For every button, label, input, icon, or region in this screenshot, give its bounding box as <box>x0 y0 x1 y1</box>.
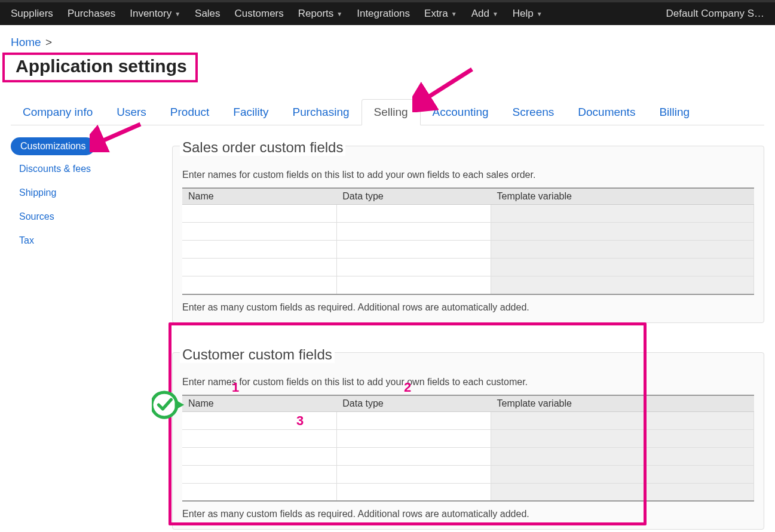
name-input[interactable] <box>182 241 336 258</box>
page-title-highlight: Application settings <box>2 53 198 82</box>
template-cell <box>491 241 754 259</box>
sidebar-item-customizations[interactable]: Customizations <box>11 137 95 155</box>
sidebar-item-tax[interactable]: Tax <box>11 230 166 251</box>
name-input[interactable] <box>182 276 336 293</box>
svg-line-1 <box>423 69 472 100</box>
name-input[interactable] <box>182 466 336 482</box>
caret-down-icon: ▼ <box>336 11 342 17</box>
settings-tabs: Company info Users Product Facility Purc… <box>11 99 764 125</box>
tab-screens[interactable]: Screens <box>501 100 566 125</box>
nav-label: Customers <box>235 8 284 20</box>
name-input[interactable] <box>182 412 336 429</box>
nav-inventory[interactable]: Inventory▼ <box>122 1 188 26</box>
nav-purchases[interactable]: Purchases <box>60 1 122 26</box>
template-cell <box>491 411 754 429</box>
tab-purchasing[interactable]: Purchasing <box>280 100 361 125</box>
datatype-input[interactable] <box>337 241 491 258</box>
company-selector[interactable]: Default Company S… <box>659 8 771 20</box>
table-row <box>182 259 754 276</box>
template-cell <box>491 429 754 447</box>
template-cell <box>491 205 754 223</box>
name-input[interactable] <box>182 259 336 276</box>
datatype-input[interactable] <box>337 223 491 240</box>
datatype-input[interactable] <box>337 412 491 429</box>
group-desc: Enter names for custom fields on this li… <box>182 377 754 388</box>
col-datatype: Data type <box>336 188 491 205</box>
col-template: Template variable <box>491 395 754 412</box>
table-row <box>182 205 754 223</box>
nav-label: Reports <box>298 8 334 20</box>
page-title: Application settings <box>7 55 195 80</box>
table-row <box>182 223 754 241</box>
group-foot: Enter as many custom fields as required.… <box>182 509 754 519</box>
tab-facility[interactable]: Facility <box>221 100 280 125</box>
sidebar-item-sources[interactable]: Sources <box>11 207 166 227</box>
template-cell <box>491 223 754 241</box>
table-row <box>182 276 754 294</box>
table-row <box>182 483 754 501</box>
caret-down-icon: ▼ <box>451 11 457 17</box>
name-input[interactable] <box>182 430 336 447</box>
top-navbar: Suppliers Purchases Inventory▼ Sales Cus… <box>0 0 775 25</box>
nav-suppliers[interactable]: Suppliers <box>4 1 60 26</box>
nav-sales[interactable]: Sales <box>188 1 228 26</box>
name-input[interactable] <box>182 448 336 465</box>
template-cell <box>491 276 754 294</box>
nav-label: Sales <box>195 8 220 20</box>
customer-custom-fields-group: Customer custom fields Enter names for c… <box>172 345 764 530</box>
group-desc: Enter names for custom fields on this li… <box>182 170 754 180</box>
template-cell <box>491 465 754 483</box>
col-name: Name <box>182 395 336 412</box>
table-row <box>182 241 754 259</box>
datatype-input[interactable] <box>337 466 491 482</box>
datatype-input[interactable] <box>337 484 491 500</box>
tab-selling[interactable]: Selling <box>362 99 421 125</box>
col-datatype: Data type <box>336 395 491 412</box>
group-foot: Enter as many custom fields as required.… <box>182 302 754 313</box>
tab-accounting[interactable]: Accounting <box>421 100 501 125</box>
breadcrumb-sep: > <box>45 36 52 48</box>
datatype-input[interactable] <box>337 205 491 222</box>
template-cell <box>491 259 754 276</box>
tab-company-info[interactable]: Company info <box>11 100 105 125</box>
table-row <box>182 447 754 465</box>
nav-label: Suppliers <box>11 8 53 20</box>
sidebar-item-discounts-fees[interactable]: Discounts & fees <box>11 159 166 179</box>
tab-users[interactable]: Users <box>105 100 158 125</box>
name-input[interactable] <box>182 223 336 240</box>
nav-label: Integrations <box>357 8 410 20</box>
col-template: Template variable <box>491 188 754 205</box>
nav-reports[interactable]: Reports▼ <box>291 1 350 26</box>
name-input[interactable] <box>182 205 336 222</box>
customer-custom-fields-table: Name Data type Template variable <box>182 395 754 502</box>
datatype-input[interactable] <box>337 448 491 465</box>
nav-extra[interactable]: Extra▼ <box>417 1 464 26</box>
sales-order-custom-fields-table: Name Data type Template variable <box>182 187 754 295</box>
name-input[interactable] <box>182 484 336 500</box>
tab-documents[interactable]: Documents <box>566 100 647 125</box>
caret-down-icon: ▼ <box>492 11 498 17</box>
breadcrumb-home[interactable]: Home <box>11 36 41 48</box>
nav-label: Add <box>471 8 489 20</box>
caret-down-icon: ▼ <box>174 11 180 17</box>
group-legend: Customer custom fields <box>180 346 335 363</box>
sales-order-custom-fields-group: Sales order custom fields Enter names fo… <box>172 137 764 323</box>
table-row <box>182 429 754 447</box>
nav-help[interactable]: Help▼ <box>506 1 550 26</box>
datatype-input[interactable] <box>337 259 491 276</box>
table-row <box>182 465 754 483</box>
datatype-input[interactable] <box>337 430 491 447</box>
nav-integrations[interactable]: Integrations <box>350 1 417 26</box>
datatype-input[interactable] <box>337 276 491 293</box>
selling-sidebar: Customizations Discounts & fees Shipping… <box>11 137 166 532</box>
nav-add[interactable]: Add▼ <box>464 1 506 26</box>
tab-billing[interactable]: Billing <box>647 100 702 125</box>
sidebar-item-shipping[interactable]: Shipping <box>11 183 166 203</box>
nav-customers[interactable]: Customers <box>228 1 291 26</box>
template-cell <box>491 483 754 501</box>
nav-label: Help <box>513 8 534 20</box>
nav-label: Purchases <box>68 8 115 20</box>
table-row <box>182 411 754 429</box>
tab-product[interactable]: Product <box>158 100 221 125</box>
group-legend: Sales order custom fields <box>180 139 345 156</box>
